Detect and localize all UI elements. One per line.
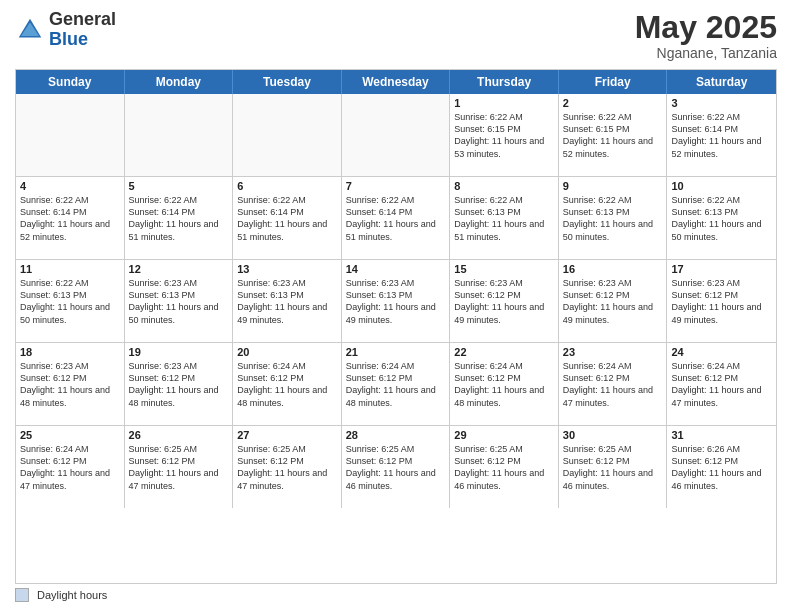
day-info: Sunrise: 6:22 AM Sunset: 6:15 PM Dayligh… — [563, 111, 663, 160]
day-header-monday: Monday — [125, 70, 234, 94]
week-row: 1Sunrise: 6:22 AM Sunset: 6:15 PM Daylig… — [16, 94, 776, 177]
day-info: Sunrise: 6:24 AM Sunset: 6:12 PM Dayligh… — [671, 360, 772, 409]
page: General Blue May 2025 Nganane, Tanzania … — [0, 0, 792, 612]
day-number: 20 — [237, 346, 337, 358]
day-number: 6 — [237, 180, 337, 192]
day-number: 11 — [20, 263, 120, 275]
day-cell — [125, 94, 234, 176]
day-number: 2 — [563, 97, 663, 109]
day-header-tuesday: Tuesday — [233, 70, 342, 94]
logo-blue: Blue — [49, 29, 88, 49]
day-cell: 29Sunrise: 6:25 AM Sunset: 6:12 PM Dayli… — [450, 426, 559, 508]
day-info: Sunrise: 6:26 AM Sunset: 6:12 PM Dayligh… — [671, 443, 772, 492]
day-cell — [16, 94, 125, 176]
day-number: 23 — [563, 346, 663, 358]
day-cell: 27Sunrise: 6:25 AM Sunset: 6:12 PM Dayli… — [233, 426, 342, 508]
day-header-wednesday: Wednesday — [342, 70, 451, 94]
day-number: 3 — [671, 97, 772, 109]
day-info: Sunrise: 6:22 AM Sunset: 6:13 PM Dayligh… — [671, 194, 772, 243]
day-cell: 9Sunrise: 6:22 AM Sunset: 6:13 PM Daylig… — [559, 177, 668, 259]
day-number: 8 — [454, 180, 554, 192]
day-cell: 24Sunrise: 6:24 AM Sunset: 6:12 PM Dayli… — [667, 343, 776, 425]
legend-box — [15, 588, 29, 602]
day-info: Sunrise: 6:25 AM Sunset: 6:12 PM Dayligh… — [454, 443, 554, 492]
day-number: 14 — [346, 263, 446, 275]
day-number: 5 — [129, 180, 229, 192]
day-number: 4 — [20, 180, 120, 192]
day-cell: 20Sunrise: 6:24 AM Sunset: 6:12 PM Dayli… — [233, 343, 342, 425]
day-number: 25 — [20, 429, 120, 441]
day-cell — [233, 94, 342, 176]
day-info: Sunrise: 6:25 AM Sunset: 6:12 PM Dayligh… — [129, 443, 229, 492]
day-cell: 4Sunrise: 6:22 AM Sunset: 6:14 PM Daylig… — [16, 177, 125, 259]
day-info: Sunrise: 6:22 AM Sunset: 6:13 PM Dayligh… — [454, 194, 554, 243]
location: Nganane, Tanzania — [635, 45, 777, 61]
day-number: 1 — [454, 97, 554, 109]
day-info: Sunrise: 6:25 AM Sunset: 6:12 PM Dayligh… — [237, 443, 337, 492]
day-cell: 12Sunrise: 6:23 AM Sunset: 6:13 PM Dayli… — [125, 260, 234, 342]
day-info: Sunrise: 6:24 AM Sunset: 6:12 PM Dayligh… — [346, 360, 446, 409]
day-info: Sunrise: 6:22 AM Sunset: 6:14 PM Dayligh… — [129, 194, 229, 243]
day-cell: 11Sunrise: 6:22 AM Sunset: 6:13 PM Dayli… — [16, 260, 125, 342]
day-number: 7 — [346, 180, 446, 192]
logo-icon — [15, 15, 45, 45]
day-cell: 26Sunrise: 6:25 AM Sunset: 6:12 PM Dayli… — [125, 426, 234, 508]
day-info: Sunrise: 6:23 AM Sunset: 6:12 PM Dayligh… — [129, 360, 229, 409]
title-block: May 2025 Nganane, Tanzania — [635, 10, 777, 61]
day-cell: 21Sunrise: 6:24 AM Sunset: 6:12 PM Dayli… — [342, 343, 451, 425]
day-info: Sunrise: 6:24 AM Sunset: 6:12 PM Dayligh… — [237, 360, 337, 409]
day-cell: 22Sunrise: 6:24 AM Sunset: 6:12 PM Dayli… — [450, 343, 559, 425]
day-info: Sunrise: 6:22 AM Sunset: 6:14 PM Dayligh… — [671, 111, 772, 160]
day-number: 18 — [20, 346, 120, 358]
day-cell: 28Sunrise: 6:25 AM Sunset: 6:12 PM Dayli… — [342, 426, 451, 508]
day-number: 31 — [671, 429, 772, 441]
day-cell: 3Sunrise: 6:22 AM Sunset: 6:14 PM Daylig… — [667, 94, 776, 176]
day-number: 12 — [129, 263, 229, 275]
day-number: 29 — [454, 429, 554, 441]
day-cell: 10Sunrise: 6:22 AM Sunset: 6:13 PM Dayli… — [667, 177, 776, 259]
day-cell: 23Sunrise: 6:24 AM Sunset: 6:12 PM Dayli… — [559, 343, 668, 425]
day-cell: 18Sunrise: 6:23 AM Sunset: 6:12 PM Dayli… — [16, 343, 125, 425]
day-cell: 6Sunrise: 6:22 AM Sunset: 6:14 PM Daylig… — [233, 177, 342, 259]
day-number: 9 — [563, 180, 663, 192]
day-info: Sunrise: 6:22 AM Sunset: 6:13 PM Dayligh… — [563, 194, 663, 243]
day-header-thursday: Thursday — [450, 70, 559, 94]
day-info: Sunrise: 6:24 AM Sunset: 6:12 PM Dayligh… — [563, 360, 663, 409]
day-number: 24 — [671, 346, 772, 358]
day-info: Sunrise: 6:23 AM Sunset: 6:13 PM Dayligh… — [129, 277, 229, 326]
day-header-sunday: Sunday — [16, 70, 125, 94]
day-number: 15 — [454, 263, 554, 275]
day-number: 13 — [237, 263, 337, 275]
day-number: 21 — [346, 346, 446, 358]
week-row: 4Sunrise: 6:22 AM Sunset: 6:14 PM Daylig… — [16, 177, 776, 260]
day-number: 27 — [237, 429, 337, 441]
day-cell: 17Sunrise: 6:23 AM Sunset: 6:12 PM Dayli… — [667, 260, 776, 342]
day-cell: 15Sunrise: 6:23 AM Sunset: 6:12 PM Dayli… — [450, 260, 559, 342]
day-cell: 30Sunrise: 6:25 AM Sunset: 6:12 PM Dayli… — [559, 426, 668, 508]
logo: General Blue — [15, 10, 116, 50]
day-number: 16 — [563, 263, 663, 275]
day-info: Sunrise: 6:23 AM Sunset: 6:12 PM Dayligh… — [20, 360, 120, 409]
day-cell: 2Sunrise: 6:22 AM Sunset: 6:15 PM Daylig… — [559, 94, 668, 176]
day-cell: 13Sunrise: 6:23 AM Sunset: 6:13 PM Dayli… — [233, 260, 342, 342]
day-info: Sunrise: 6:23 AM Sunset: 6:13 PM Dayligh… — [346, 277, 446, 326]
day-cell: 16Sunrise: 6:23 AM Sunset: 6:12 PM Dayli… — [559, 260, 668, 342]
calendar-body: 1Sunrise: 6:22 AM Sunset: 6:15 PM Daylig… — [16, 94, 776, 508]
day-info: Sunrise: 6:24 AM Sunset: 6:12 PM Dayligh… — [20, 443, 120, 492]
day-info: Sunrise: 6:23 AM Sunset: 6:12 PM Dayligh… — [671, 277, 772, 326]
day-info: Sunrise: 6:22 AM Sunset: 6:15 PM Dayligh… — [454, 111, 554, 160]
day-cell: 5Sunrise: 6:22 AM Sunset: 6:14 PM Daylig… — [125, 177, 234, 259]
day-number: 28 — [346, 429, 446, 441]
logo-text: General Blue — [49, 10, 116, 50]
logo-general: General — [49, 9, 116, 29]
day-info: Sunrise: 6:22 AM Sunset: 6:14 PM Dayligh… — [20, 194, 120, 243]
month-year: May 2025 — [635, 10, 777, 45]
legend-text: Daylight hours — [37, 589, 107, 601]
day-cell: 31Sunrise: 6:26 AM Sunset: 6:12 PM Dayli… — [667, 426, 776, 508]
day-info: Sunrise: 6:25 AM Sunset: 6:12 PM Dayligh… — [563, 443, 663, 492]
day-cell: 1Sunrise: 6:22 AM Sunset: 6:15 PM Daylig… — [450, 94, 559, 176]
day-cell: 25Sunrise: 6:24 AM Sunset: 6:12 PM Dayli… — [16, 426, 125, 508]
day-info: Sunrise: 6:23 AM Sunset: 6:13 PM Dayligh… — [237, 277, 337, 326]
footer: Daylight hours — [15, 588, 777, 602]
day-headers: SundayMondayTuesdayWednesdayThursdayFrid… — [16, 70, 776, 94]
